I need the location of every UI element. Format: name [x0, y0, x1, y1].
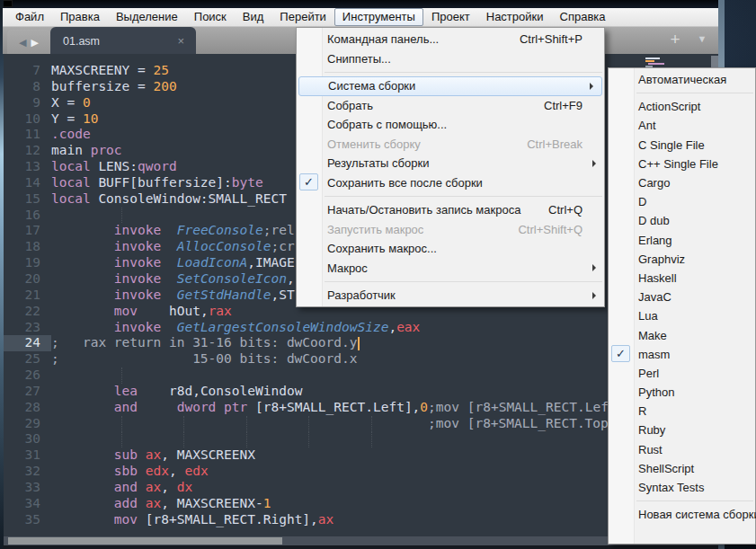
- tools-dropdown-menu: Командная панель...Ctrl+Shift+PСниппеты.…: [296, 27, 605, 307]
- build-menu-item-2[interactable]: ActionScript: [609, 97, 755, 116]
- line-number: 9: [4, 95, 51, 111]
- menu-item-label: Rust: [638, 443, 663, 456]
- menu-item-shortcut: Ctrl+Break: [527, 137, 583, 151]
- menubar-item-0[interactable]: Файл: [7, 8, 52, 26]
- build-menu-item-22[interactable]: Syntax Tests: [609, 478, 755, 497]
- build-menu-item-3[interactable]: Ant: [609, 116, 755, 135]
- build-menu-item-5[interactable]: C++ Single File: [609, 155, 755, 173]
- menu-item-shortcut: Ctrl+Q: [548, 203, 583, 217]
- menu-item-label: Erlang: [638, 234, 672, 247]
- build-menu-item-0[interactable]: Автоматическая: [609, 70, 755, 89]
- tools-menu-item-3[interactable]: Система сборки: [298, 76, 602, 96]
- build-menu-item-6[interactable]: Cargo: [609, 173, 755, 192]
- horizontal-scrollbar-thumb[interactable]: [8, 537, 282, 545]
- indent-guide: [121, 367, 122, 384]
- line-number: 29: [4, 416, 51, 432]
- build-menu-item-4[interactable]: C Single File: [609, 136, 755, 155]
- tools-menu-item-10[interactable]: Начать/Остановить запись макросаCtrl+Q: [297, 200, 604, 220]
- line-number: 21: [4, 288, 51, 304]
- build-menu-item-15[interactable]: ✓masm: [609, 345, 755, 364]
- line-number: 12: [4, 143, 51, 159]
- menubar-item-4[interactable]: Вид: [235, 8, 272, 26]
- menu-item-label: Макрос: [327, 261, 368, 275]
- tab-title: 01.asm: [50, 35, 100, 48]
- menu-item-label: Результаты сборки: [327, 156, 429, 170]
- line-code: buffersize = 200: [51, 79, 177, 93]
- build-menu-item-18[interactable]: R: [609, 402, 755, 421]
- line-number: 25: [4, 351, 51, 367]
- tools-menu-item-8[interactable]: ✓Сохранить все после сборки: [297, 173, 604, 193]
- tools-menu-item-6[interactable]: Отменить сборкуCtrl+Break: [297, 135, 604, 155]
- build-menu-item-14[interactable]: Make: [609, 325, 755, 344]
- tools-menu-item-1[interactable]: Сниппеты...: [297, 49, 604, 69]
- line-code: .code: [51, 127, 91, 141]
- line-number: 23: [4, 320, 51, 336]
- checkmark-icon: ✓: [299, 173, 318, 190]
- menu-item-label: Haskell: [638, 271, 677, 285]
- tab-forward-icon[interactable]: ▶: [31, 37, 39, 49]
- menubar-item-7[interactable]: Проект: [423, 8, 478, 26]
- menubar-item-8[interactable]: Настройки: [478, 8, 552, 26]
- menu-item-label: Разработчик: [327, 288, 396, 302]
- build-menu-item-19[interactable]: Ruby: [609, 421, 755, 439]
- menu-item-shortcut: Ctrl+Shift+P: [520, 32, 583, 46]
- new-tab-button[interactable]: +: [665, 29, 685, 50]
- tab-close-icon[interactable]: ×: [177, 34, 196, 48]
- build-menu-item-24[interactable]: Новая система сборки...: [609, 505, 755, 524]
- tools-menu-item-15[interactable]: Разработчик: [297, 286, 604, 305]
- build-menu-item-12[interactable]: JavaC: [609, 288, 755, 306]
- line-number: 27: [4, 384, 51, 400]
- menubar-item-6[interactable]: Инструменты: [334, 8, 423, 26]
- build-menu-item-7[interactable]: D: [609, 192, 755, 211]
- menubar-item-5[interactable]: Перейти: [271, 8, 334, 26]
- line-code: sbb edx, edx: [51, 464, 209, 478]
- tab-01asm[interactable]: 01.asm ×: [50, 27, 196, 55]
- menu-item-label: ShellScript: [638, 462, 694, 475]
- line-code: invoke LoadIconA,IMAGE: [51, 255, 295, 270]
- menu-bar: ФайлПравкаВыделениеПоискВидПерейтиИнстру…: [3, 8, 718, 26]
- line-number: 19: [4, 255, 51, 271]
- build-menu-item-13[interactable]: Lua: [609, 306, 755, 325]
- tools-menu-item-12[interactable]: Сохранить макрос...: [297, 239, 604, 259]
- menubar-item-9[interactable]: Справка: [552, 8, 614, 26]
- indent-guide: [121, 432, 122, 448]
- build-menu-item-11[interactable]: Haskell: [609, 269, 755, 288]
- menubar-item-2[interactable]: Выделение: [108, 8, 186, 26]
- indent-guide: [121, 208, 122, 224]
- menu-item-label: Запустить макрос: [327, 223, 423, 236]
- line-code: invoke GetLargestConsoleWindowSize,eax: [51, 320, 420, 334]
- build-menu-item-20[interactable]: Rust: [609, 440, 755, 459]
- indent-guide: [308, 416, 309, 432]
- desktop: ФайлПравкаВыделениеПоискВидПерейтиИнстру…: [0, 0, 756, 549]
- tools-menu-item-7[interactable]: Результаты сборки: [297, 154, 604, 173]
- build-menu-item-8[interactable]: D dub: [609, 211, 755, 230]
- menu-separator: [609, 497, 755, 505]
- build-menu-item-10[interactable]: Graphviz: [609, 250, 755, 269]
- tab-nav-arrows[interactable]: ◀ ▶: [7, 30, 50, 55]
- menu-item-label: R: [638, 404, 646, 418]
- tools-menu-item-4[interactable]: СобратьCtrl+F9: [297, 96, 604, 116]
- build-menu-item-9[interactable]: Erlang: [609, 231, 755, 250]
- line-number: 34: [4, 496, 51, 512]
- indent-guide: [246, 432, 247, 448]
- menu-item-label: Make: [638, 329, 667, 342]
- menu-item-label: D: [638, 195, 646, 208]
- tools-menu-item-5[interactable]: Собрать с помощью...: [297, 115, 604, 135]
- tab-back-icon[interactable]: ◀: [19, 37, 26, 49]
- tools-menu-item-11[interactable]: Запустить макросCtrl+Shift+Q: [297, 220, 604, 240]
- line-code: Y = 10: [51, 111, 98, 126]
- build-menu-item-16[interactable]: Perl: [609, 364, 755, 383]
- checkmark-icon: ✓: [611, 345, 630, 362]
- line-code: invoke GetStdHandle,ST: [51, 288, 295, 302]
- build-menu-item-21[interactable]: ShellScript: [609, 459, 755, 478]
- menu-item-label: C Single File: [638, 138, 705, 152]
- menu-item-label: masm: [638, 348, 670, 361]
- line-code: MAXSCREENY = 25: [51, 63, 169, 77]
- line-number: 16: [4, 208, 51, 224]
- menubar-item-1[interactable]: Правка: [52, 8, 108, 26]
- menubar-item-3[interactable]: Поиск: [186, 8, 235, 26]
- tab-overflow-icon[interactable]: ▼: [693, 33, 711, 48]
- build-menu-item-17[interactable]: Python: [609, 383, 755, 402]
- tools-menu-item-13[interactable]: Макрос: [297, 259, 604, 279]
- tools-menu-item-0[interactable]: Командная панель...Ctrl+Shift+P: [297, 30, 604, 49]
